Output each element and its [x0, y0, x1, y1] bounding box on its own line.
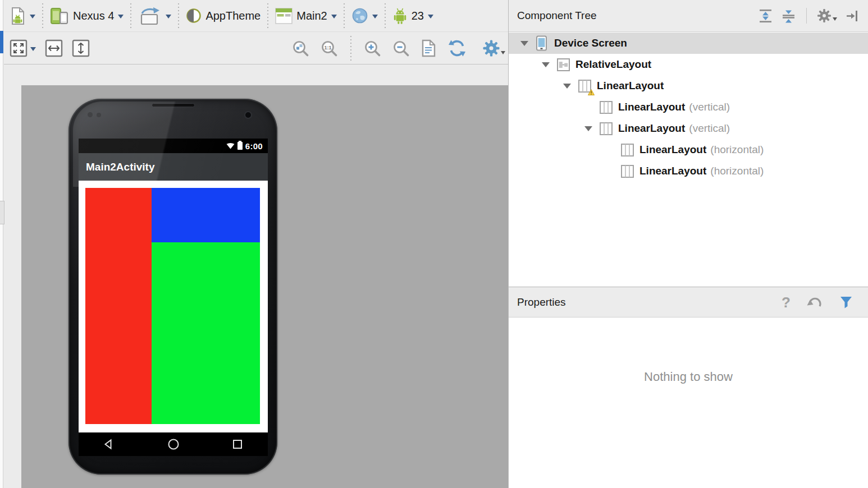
- android-file-icon: [10, 7, 26, 25]
- toolbar-separator: [267, 3, 268, 28]
- activity-selector-button[interactable]: Main2: [275, 8, 336, 24]
- chevron-down-icon: [428, 15, 433, 21]
- expander-icon[interactable]: [535, 58, 556, 71]
- toolbar-separator: [350, 36, 351, 61]
- component-tree-title: Component Tree: [517, 10, 758, 22]
- api-level-button[interactable]: 23: [392, 7, 433, 25]
- orientation-button[interactable]: [138, 7, 171, 25]
- tree-node-label: LinearLayout: [639, 144, 706, 156]
- navigation-bar: [79, 432, 268, 456]
- tree-node-linearlayout-vertical[interactable]: LinearLayout (vertical): [509, 118, 868, 139]
- configuration-toolbar: Nexus 4 AppTheme: [4, 0, 508, 32]
- tree-node-linearlayout[interactable]: LinearLayout: [509, 75, 868, 96]
- settings-gear-button[interactable]: [482, 39, 500, 57]
- fit-width-button[interactable]: [45, 39, 63, 57]
- blue-linearlayout-view[interactable]: [152, 188, 260, 242]
- tree-node-suffix: (horizontal): [710, 165, 764, 177]
- status-time: 6:00: [245, 141, 263, 151]
- fit-height-icon: [72, 39, 90, 57]
- device-icon: [50, 7, 69, 25]
- device-frame: 6:00 Main2Activity: [68, 99, 277, 475]
- chevron-down-icon: [30, 15, 35, 21]
- earpiece-speaker: [152, 103, 195, 107]
- activity-title: Main2Activity: [86, 161, 154, 173]
- tree-node-suffix: (horizontal): [710, 144, 764, 156]
- warning-icon: [588, 89, 595, 95]
- left-edge-strip: [0, 0, 3, 488]
- linear-layout-icon: [599, 99, 614, 115]
- layout-content[interactable]: [79, 181, 268, 432]
- chevron-down-icon: [372, 15, 378, 21]
- zoom-fit-magnifier-button[interactable]: [292, 40, 309, 57]
- linear-layout-icon: [578, 78, 592, 94]
- tree-node-label: Device Screen: [554, 37, 627, 49]
- action-bar: Main2Activity: [79, 153, 268, 181]
- android-studio-layout-editor: Nexus 4 AppTheme: [0, 0, 868, 488]
- tree-node-linearlayout-horizontal[interactable]: LinearLayout (horizontal): [509, 139, 868, 160]
- zoom-toolbar: 1:1: [4, 33, 508, 65]
- chevron-down-icon: [331, 15, 337, 21]
- locale-selector-button[interactable]: [351, 7, 378, 24]
- chevron-down-icon: [118, 15, 124, 21]
- expander-icon[interactable]: [578, 122, 599, 135]
- component-tree: Device Screen RelativeLayout: [509, 33, 868, 182]
- front-camera: [244, 111, 252, 119]
- rendered-screen[interactable]: 6:00 Main2Activity: [79, 139, 268, 456]
- restore-defaults-icon[interactable]: [806, 294, 823, 310]
- expander-icon[interactable]: [514, 36, 535, 50]
- back-button-icon: [103, 439, 115, 450]
- expander-icon[interactable]: [556, 79, 578, 93]
- relative-layout-icon: [556, 57, 571, 72]
- design-surface: 6:00 Main2Activity: [4, 65, 508, 488]
- activity-selector-label: Main2: [296, 10, 327, 22]
- device-selector-label: Nexus 4: [73, 10, 114, 22]
- fit-box-icon: [10, 39, 28, 57]
- properties-body: Nothing to show: [509, 318, 868, 488]
- help-icon[interactable]: ?: [782, 295, 791, 310]
- green-linearlayout-view[interactable]: [152, 242, 260, 424]
- preview-xml-button[interactable]: [421, 39, 436, 57]
- properties-empty-message: Nothing to show: [644, 370, 733, 384]
- tree-node-device-screen[interactable]: Device Screen: [509, 33, 868, 54]
- refresh-button[interactable]: [447, 39, 467, 57]
- toolbar-separator: [385, 3, 386, 28]
- tree-node-suffix: (vertical): [689, 122, 730, 135]
- chevron-down-icon: [833, 17, 837, 23]
- palette-collapsed-tab[interactable]: [0, 201, 4, 224]
- tree-node-linearlayout-vertical[interactable]: LinearLayout (vertical): [509, 96, 868, 118]
- battery-icon: [237, 142, 243, 150]
- render-config-button[interactable]: [10, 7, 35, 25]
- theme-selector-button[interactable]: AppTheme: [186, 8, 261, 24]
- collapse-all-button[interactable]: [781, 8, 796, 24]
- red-linearlayout-view[interactable]: [85, 188, 152, 424]
- active-toolwindow-stripe: [0, 31, 3, 53]
- hide-panel-button[interactable]: [845, 9, 859, 23]
- light-sensor-dot: [97, 113, 101, 117]
- zoom-out-button[interactable]: [392, 40, 410, 57]
- design-canvas[interactable]: 6:00 Main2Activity: [21, 85, 508, 488]
- filter-funnel-icon[interactable]: [839, 295, 853, 310]
- toolbar-separator: [178, 3, 179, 28]
- chevron-down-icon: [501, 51, 505, 57]
- properties-title: Properties: [517, 296, 782, 309]
- wifi-icon: [226, 143, 235, 149]
- expand-all-button[interactable]: [758, 8, 773, 24]
- proximity-sensor-dot: [88, 112, 93, 117]
- zoom-in-button[interactable]: [364, 40, 381, 57]
- fit-height-button[interactable]: [72, 39, 90, 57]
- linear-layout-icon: [620, 142, 635, 158]
- zoom-to-fit-screen-button[interactable]: [10, 39, 36, 57]
- tree-node-label: RelativeLayout: [575, 58, 651, 71]
- chevron-down-icon: [30, 47, 36, 54]
- zoom-actual-size-button[interactable]: 1:1: [321, 40, 338, 57]
- linear-layout-icon: [620, 163, 635, 179]
- tree-node-relativelayout[interactable]: RelativeLayout: [509, 54, 868, 75]
- theme-selector-label: AppTheme: [205, 10, 261, 22]
- tree-settings-gear-button[interactable]: [817, 8, 837, 23]
- activity-icon: [275, 8, 293, 24]
- device-selector-button[interactable]: Nexus 4: [50, 7, 124, 25]
- tree-node-linearlayout-horizontal[interactable]: LinearLayout (horizontal): [509, 160, 868, 182]
- theme-icon: [186, 8, 202, 24]
- status-bar: 6:00: [79, 139, 268, 153]
- tree-node-label: LinearLayout: [597, 80, 664, 92]
